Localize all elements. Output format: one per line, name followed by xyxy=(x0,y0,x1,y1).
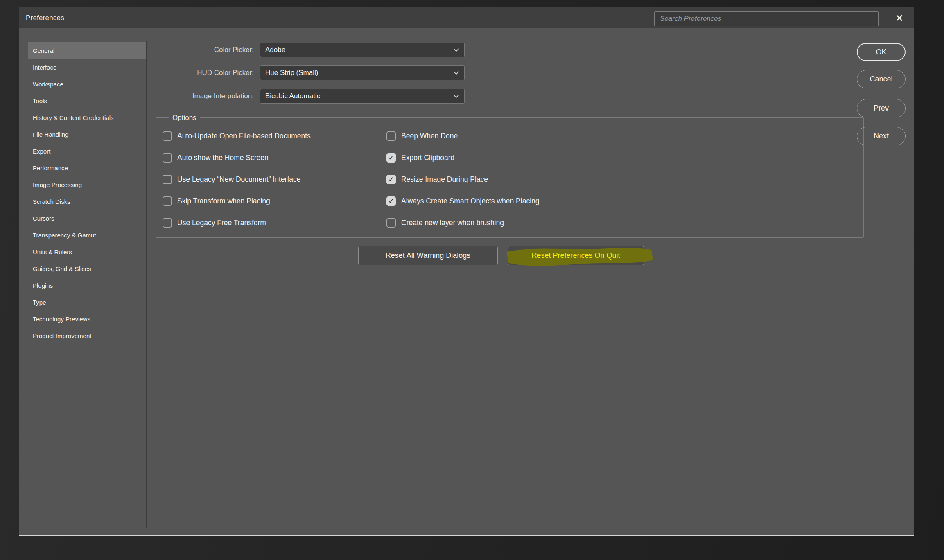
checkmark-icon: ✓ xyxy=(388,154,394,161)
sidebar-item-type[interactable]: Type xyxy=(28,294,146,311)
sidebar-item-history-content-credentials[interactable]: History & Content Credentials xyxy=(28,109,146,126)
prev-button[interactable]: Prev xyxy=(857,99,906,117)
sidebar-item-transparency-gamut[interactable]: Transparency & Gamut xyxy=(28,227,146,244)
chevron-down-icon xyxy=(453,95,459,98)
dialog-titlebar: Preferences ✕ xyxy=(19,7,914,28)
close-icon[interactable]: ✕ xyxy=(890,10,909,26)
checkbox[interactable]: ✓ xyxy=(386,218,396,228)
sidebar-item-technology-previews[interactable]: Technology Previews xyxy=(28,311,146,327)
next-button[interactable]: Next xyxy=(857,127,906,145)
option-use-legacy-new-document-interface[interactable]: ✓ Use Legacy “New Document” Interface xyxy=(163,174,301,184)
checkbox[interactable]: ✓ xyxy=(163,218,172,228)
sidebar-item-plugins[interactable]: Plugins xyxy=(28,277,146,294)
image-interpolation-dropdown[interactable]: Bicubic Automatic xyxy=(260,89,465,104)
reset-preferences-on-quit-button[interactable]: Reset Preferences On Quit xyxy=(508,246,644,265)
checkbox[interactable]: ✓ xyxy=(386,153,396,163)
checkbox[interactable]: ✓ xyxy=(163,131,172,141)
ok-button[interactable]: OK xyxy=(857,43,906,61)
cancel-button[interactable]: Cancel xyxy=(857,70,906,88)
color-picker-dropdown[interactable]: Adobe xyxy=(260,43,465,57)
checkbox[interactable]: ✓ xyxy=(386,175,396,184)
sidebar-item-cursors[interactable]: Cursors xyxy=(28,210,146,227)
option-use-legacy-free-transform[interactable]: ✓ Use Legacy Free Transform xyxy=(163,218,266,228)
sidebar-item-units-rulers[interactable]: Units & Rulers xyxy=(28,244,146,260)
image-interpolation-label: Image Interpolation: xyxy=(115,89,254,104)
hud-color-picker-label: HUD Color Picker: xyxy=(115,65,254,80)
hud-color-picker-value: Hue Strip (Small) xyxy=(260,69,453,77)
chevron-down-icon xyxy=(453,71,459,75)
sidebar-item-image-processing[interactable]: Image Processing xyxy=(28,176,146,193)
preferences-sidebar: General Interface Workspace Tools Histor… xyxy=(28,41,147,528)
checkbox[interactable]: ✓ xyxy=(163,196,172,206)
image-interpolation-value: Bicubic Automatic xyxy=(260,92,453,100)
reset-preferences-on-quit-label: Reset Preferences On Quit xyxy=(531,251,620,260)
option-beep-when-done[interactable]: ✓ Beep When Done xyxy=(386,131,458,141)
search-input[interactable] xyxy=(654,11,879,26)
preferences-dialog: Preferences ✕ General Interface Workspac… xyxy=(19,7,914,536)
chevron-down-icon xyxy=(453,48,459,52)
checkmark-icon: ✓ xyxy=(388,176,394,183)
option-always-create-smart-objects-when-placing[interactable]: ✓ Always Create Smart Objects when Placi… xyxy=(386,196,540,206)
reset-all-warning-dialogs-button[interactable]: Reset All Warning Dialogs xyxy=(358,246,498,265)
sidebar-item-performance[interactable]: Performance xyxy=(28,160,146,176)
option-resize-image-during-place[interactable]: ✓ Resize Image During Place xyxy=(386,174,488,184)
checkbox[interactable]: ✓ xyxy=(163,175,172,184)
sidebar-item-product-improvement[interactable]: Product Improvement xyxy=(28,327,146,344)
option-export-clipboard[interactable]: ✓ Export Clipboard xyxy=(386,153,454,163)
checkbox[interactable]: ✓ xyxy=(386,196,396,206)
checkmark-icon: ✓ xyxy=(388,198,394,205)
sidebar-item-guides-grid-slices[interactable]: Guides, Grid & Slices xyxy=(28,260,146,277)
option-create-new-layer-when-brushing[interactable]: ✓ Create new layer when brushing xyxy=(386,218,504,228)
dialog-title: Preferences xyxy=(26,7,64,28)
color-picker-value: Adobe xyxy=(260,46,453,54)
color-picker-label: Color Picker: xyxy=(115,43,254,57)
option-auto-update-open-file-based-documents[interactable]: ✓ Auto-Update Open File-based Documents xyxy=(163,131,311,141)
option-auto-show-home-screen[interactable]: ✓ Auto show the Home Screen xyxy=(163,153,269,163)
sidebar-item-file-handling[interactable]: File Handling xyxy=(28,126,146,143)
sidebar-item-scratch-disks[interactable]: Scratch Disks xyxy=(28,193,146,210)
checkbox[interactable]: ✓ xyxy=(163,153,172,163)
checkbox[interactable]: ✓ xyxy=(386,131,396,141)
option-skip-transform-when-placing[interactable]: ✓ Skip Transform when Placing xyxy=(163,196,270,206)
sidebar-item-export[interactable]: Export xyxy=(28,143,146,160)
hud-color-picker-dropdown[interactable]: Hue Strip (Small) xyxy=(260,65,465,80)
options-legend: Options xyxy=(169,113,200,122)
